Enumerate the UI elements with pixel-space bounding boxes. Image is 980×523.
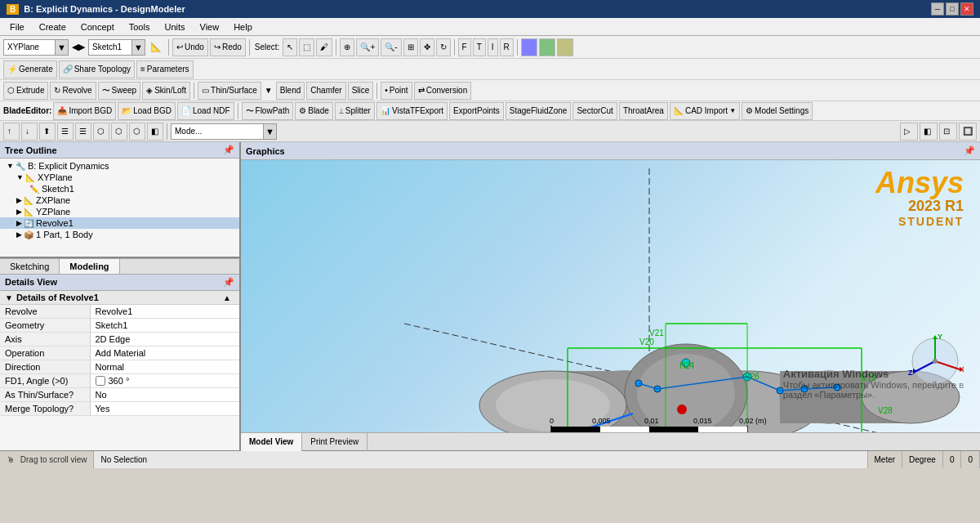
- menu-file[interactable]: File: [3, 20, 31, 34]
- zoom-extents-btn[interactable]: ⊕: [340, 38, 354, 56]
- menu-units[interactable]: Units: [158, 20, 191, 34]
- expand-icon-xy[interactable]: ▼: [16, 173, 24, 181]
- cad-dropdown-icon[interactable]: ▼: [729, 107, 736, 114]
- cad-import-button[interactable]: 📐 CAD Import ▼: [670, 102, 740, 120]
- maximize-button[interactable]: □: [946, 2, 959, 16]
- details-pin-icon[interactable]: 📌: [223, 277, 234, 288]
- detail-val-revolve[interactable]: Revolve1: [90, 305, 239, 319]
- zoom-fit-btn[interactable]: ⊞: [403, 38, 418, 56]
- view-btn-b[interactable]: ◧: [920, 123, 938, 141]
- plane-selector[interactable]: XYPlane ▼: [3, 39, 69, 56]
- icon-btn-6[interactable]: ⬡: [93, 123, 109, 141]
- load-ndf-button[interactable]: 📄 Load NDF: [177, 102, 234, 120]
- revolve-button[interactable]: ↻ Revolve: [50, 82, 96, 100]
- blend-button[interactable]: Blend: [276, 82, 305, 100]
- view-btn-c[interactable]: ⊡: [939, 123, 957, 141]
- expand-icon-zx[interactable]: ▶: [16, 196, 22, 204]
- detail-val-merge[interactable]: Yes: [90, 402, 239, 416]
- tab-sketching[interactable]: Sketching: [0, 259, 60, 274]
- view-right[interactable]: R: [500, 38, 514, 56]
- window-controls[interactable]: ─ □ ✕: [931, 2, 973, 16]
- icon-btn-1[interactable]: ↑: [3, 123, 20, 141]
- graphics-pin-icon[interactable]: 📌: [964, 145, 975, 156]
- detail-val-geometry[interactable]: Sketch1: [90, 319, 239, 333]
- view-btn-d[interactable]: 🔲: [959, 123, 977, 141]
- view-front[interactable]: F: [458, 38, 471, 56]
- detail-val-operation[interactable]: Add Material: [90, 346, 239, 360]
- detail-val-axis[interactable]: 2D Edge: [90, 333, 239, 346]
- conversion-button[interactable]: ⇄ Conversion: [414, 82, 472, 100]
- stage-fluid-zone-button[interactable]: StageFluidZone: [506, 102, 572, 120]
- menu-concept[interactable]: Concept: [74, 20, 121, 34]
- tree-item-xyplane[interactable]: ▼ 📐 XYPlane: [0, 172, 239, 183]
- undo-button[interactable]: ↩ Undo: [172, 38, 208, 56]
- generate-button[interactable]: ⚡ Generate: [3, 60, 57, 78]
- view-iso[interactable]: I: [488, 38, 498, 56]
- icon-btn-2[interactable]: ↓: [21, 123, 38, 141]
- icon-btn-8[interactable]: ⬡: [129, 123, 145, 141]
- pan-btn[interactable]: ✥: [420, 38, 434, 56]
- slice-button[interactable]: Slice: [348, 82, 374, 100]
- rotate-btn[interactable]: ↻: [436, 38, 451, 56]
- import-bgd-button[interactable]: 📥 Import BGD: [53, 102, 116, 120]
- edge-btn[interactable]: [557, 38, 573, 56]
- thin-surface-button[interactable]: ▭ Thin/Surface: [198, 82, 261, 100]
- tree-pin-icon[interactable]: 📌: [223, 145, 234, 155]
- close-button[interactable]: ✕: [960, 2, 973, 16]
- extrude-button[interactable]: ⬡ Extrude: [3, 82, 48, 100]
- sketch-dropdown-icon[interactable]: ▼: [131, 40, 145, 55]
- tree-item-revolve1[interactable]: ▶ 🔄 Revolve1: [0, 217, 239, 229]
- expand-icon-root[interactable]: ▼: [7, 162, 14, 170]
- icon-btn-3[interactable]: ⬆: [39, 123, 56, 141]
- detail-val-thin[interactable]: No: [90, 388, 239, 402]
- share-topology-button[interactable]: 🔗 Share Topology: [59, 60, 135, 78]
- sweep-button[interactable]: 〜 Sweep: [98, 82, 141, 100]
- model-view-tab[interactable]: Model View: [241, 433, 302, 451]
- select-box-btn[interactable]: ⬚: [299, 38, 314, 56]
- chamfer-button[interactable]: Chamfer: [306, 82, 345, 100]
- tree-item-yzplane[interactable]: ▶ 📐 YZPlane: [0, 206, 239, 217]
- display-dropdown-icon[interactable]: ▼: [263, 124, 276, 139]
- throat-area-button[interactable]: ThroatArea: [619, 102, 668, 120]
- angle-checkbox[interactable]: [96, 376, 105, 386]
- blade-button[interactable]: ⚙ Blade: [295, 102, 333, 120]
- menu-view[interactable]: View: [194, 20, 226, 34]
- model-settings-button[interactable]: ⚙ Model Settings: [742, 102, 813, 120]
- export-points-button[interactable]: ExportPoints: [449, 102, 504, 120]
- expand-icon-body[interactable]: ▶: [16, 230, 22, 239]
- menu-tools[interactable]: Tools: [122, 20, 157, 34]
- wireframe-btn[interactable]: [539, 38, 555, 56]
- sketch-selector[interactable]: Sketch1 ▼: [88, 39, 145, 56]
- details-scroll-icon[interactable]: ▲: [223, 293, 231, 302]
- select-mode-btn[interactable]: ↖: [283, 38, 297, 56]
- icon-btn-4[interactable]: ☰: [57, 123, 74, 141]
- tree-item-body[interactable]: ▶ 📦 1 Part, 1 Body: [0, 229, 239, 240]
- details-scroll-area[interactable]: Revolve Revolve1 Geometry Sketch1 Axis 2…: [0, 305, 239, 416]
- flow-path-button[interactable]: 〜 FlowPath: [242, 102, 294, 120]
- expand-icon-yz[interactable]: ▶: [16, 208, 22, 216]
- zoom-in-btn[interactable]: 🔍+: [356, 38, 379, 56]
- redo-button[interactable]: ↪ Redo: [210, 38, 246, 56]
- print-preview-tab[interactable]: Print Preview: [302, 433, 368, 451]
- tree-item-root[interactable]: ▼ 🔧 B: Explicit Dynamics: [0, 160, 239, 172]
- zoom-out-btn[interactable]: 🔍-: [381, 38, 401, 56]
- display-mode-selector[interactable]: Mode... ▼: [171, 123, 277, 140]
- skin-loft-button[interactable]: ◈ Skin/Loft: [142, 82, 190, 100]
- view-btn-a[interactable]: ▷: [900, 123, 918, 141]
- view-top[interactable]: T: [473, 38, 486, 56]
- icon-btn-7[interactable]: ⬡: [111, 123, 127, 141]
- point-button[interactable]: • Point: [381, 82, 412, 100]
- collapse-icon[interactable]: ▼: [5, 293, 13, 302]
- menu-help[interactable]: Help: [227, 20, 259, 34]
- icon-btn-9[interactable]: ◧: [147, 123, 163, 141]
- tree-item-sketch1[interactable]: ✏️ Sketch1: [0, 183, 239, 194]
- select-paint-btn[interactable]: 🖌: [316, 38, 332, 56]
- expand-icon-rev[interactable]: ▶: [16, 219, 22, 227]
- graphics-viewport[interactable]: V20 V21 H24 V26 V19 H29 H29 V28: [241, 160, 980, 432]
- tree-item-zxplane[interactable]: ▶ 📐 ZXPlane: [0, 194, 239, 206]
- detail-val-angle[interactable]: 360 °: [90, 374, 239, 388]
- shading-btn[interactable]: [521, 38, 537, 56]
- detail-val-direction[interactable]: Normal: [90, 360, 239, 374]
- icon-btn-5[interactable]: ☰: [75, 123, 91, 141]
- parameters-button[interactable]: ≡ Parameters: [136, 60, 194, 78]
